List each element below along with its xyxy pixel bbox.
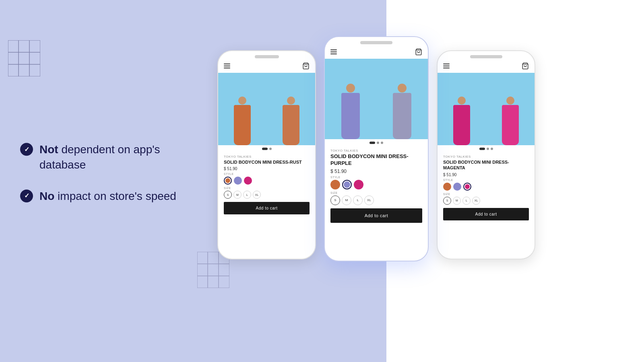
product-img-rust-2 (267, 73, 316, 145)
notch-rust (255, 55, 279, 58)
menu-icon-rust[interactable] (224, 64, 230, 68)
bullet-text-2: No impact on store's speed (39, 189, 176, 204)
size-s-rust[interactable]: S (224, 191, 232, 199)
swatch-purple-rust[interactable] (330, 180, 340, 189)
phone-rust-header (218, 60, 315, 73)
dot-magenta-1 (479, 148, 485, 150)
bullet-item-1: Not dependent on app's database (20, 142, 201, 173)
cart-icon-magenta[interactable] (522, 62, 529, 70)
add-to-cart-magenta[interactable]: Add to cart (443, 208, 529, 220)
brand-magenta: TOKYO TALKIES (443, 155, 529, 158)
size-m-rust[interactable]: M (233, 191, 242, 199)
size-label-purple: SIZE (330, 191, 422, 194)
phone-purple-header (325, 46, 428, 59)
brand-purple: TOKYO TALKIES (330, 149, 422, 152)
check-icon-2 (20, 189, 33, 202)
phones-row: TOKYO TALKIES SOLID BODYCON MINI DRESS-R… (217, 48, 535, 261)
product-info-purple: TOKYO TALKIES SOLID BODYCON MINI DRESS-P… (325, 146, 428, 225)
phone-rust: TOKYO TALKIES SOLID BODYCON MINI DRESS-R… (217, 50, 316, 259)
size-xl-purple[interactable]: XL (364, 195, 374, 205)
swatches-purple (330, 180, 422, 189)
bullet-bold-1: Not (39, 143, 58, 156)
price-rust: $ 51.90 (224, 167, 310, 171)
phone-purple: TOKYO TALKIES SOLID BODYCON MINI DRESS-P… (324, 36, 429, 261)
dot-purple-2 (377, 142, 379, 144)
title-magenta: SOLID BODYCON MINI DRESS-MAGENTA (443, 159, 529, 171)
product-images-rust (218, 73, 315, 145)
swatches-rust (224, 177, 310, 185)
style-label-magenta: STYLE (443, 179, 529, 181)
notch-purple (360, 41, 392, 44)
product-info-rust: TOKYO TALKIES SOLID BODYCON MINI DRESS-R… (218, 152, 315, 217)
phone-magenta-header (438, 60, 535, 73)
size-s-magenta[interactable]: S (443, 197, 451, 205)
menu-icon-magenta[interactable] (443, 64, 450, 68)
product-images-magenta (438, 73, 535, 145)
swatch-rust-magenta[interactable] (244, 177, 252, 185)
dot-rust-2 (269, 148, 272, 150)
notch-magenta (470, 55, 502, 58)
cart-icon-purple[interactable] (415, 48, 422, 56)
size-l-purple[interactable]: L (353, 195, 363, 205)
dot-purple-1 (369, 142, 375, 144)
dot-rust-1 (262, 148, 268, 150)
price-purple: $ 51.90 (330, 169, 422, 174)
swatch-purple-purple[interactable] (342, 180, 352, 189)
brand-rust: TOKYO TALKIES (224, 155, 310, 158)
bullet-bold-2: No (39, 190, 54, 202)
check-icon-1 (20, 143, 33, 156)
add-to-cart-purple[interactable]: Add to cart (330, 208, 422, 223)
product-images-purple (325, 59, 428, 139)
swatch-magenta-purple[interactable] (453, 183, 461, 191)
cart-icon-rust[interactable] (302, 62, 310, 70)
swatch-rust-rust[interactable] (224, 177, 232, 185)
bullet-item-2: No impact on store's speed (20, 189, 201, 204)
swatch-rust-purple[interactable] (234, 177, 242, 185)
swatches-magenta (443, 183, 529, 191)
price-magenta: $ 51.90 (443, 173, 529, 177)
product-img-purple-1 (325, 59, 376, 139)
dot-magenta-3 (491, 148, 493, 150)
size-l-rust[interactable]: L (243, 191, 251, 199)
bullet-text-1: Not dependent on app's database (39, 142, 201, 173)
size-xl-magenta[interactable]: XL (472, 197, 480, 205)
sizes-purple: S M L XL (330, 195, 422, 205)
swatch-magenta-magenta[interactable] (463, 183, 471, 191)
dot-purple-3 (381, 142, 383, 144)
style-label-rust: STYLE (224, 173, 310, 175)
product-img-magenta-2 (486, 73, 535, 145)
product-info-magenta: TOKYO TALKIES SOLID BODYCON MINI DRESS-M… (438, 152, 535, 223)
phone-magenta: TOKYO TALKIES SOLID BODYCON MINI DRESS-M… (437, 50, 535, 259)
sizes-rust: S M L XL (224, 191, 310, 199)
swatch-purple-magenta[interactable] (354, 180, 363, 189)
carousel-dots-purple (325, 139, 428, 146)
dot-magenta-2 (487, 148, 489, 150)
size-xl-rust[interactable]: XL (253, 191, 261, 199)
swatch-magenta-rust[interactable] (443, 183, 451, 191)
grid-decoration-top (8, 40, 40, 78)
title-purple: SOLID BODYCON MINI DRESS-PURPLE (330, 153, 422, 167)
product-img-rust-1 (218, 73, 267, 145)
size-label-magenta: SIZE (443, 193, 529, 195)
menu-icon-purple[interactable] (330, 49, 337, 54)
sizes-magenta: S M L XL (443, 197, 529, 205)
product-img-purple-2 (376, 59, 428, 139)
style-label-purple: STYLE (330, 176, 422, 179)
size-s-purple[interactable]: S (330, 195, 340, 205)
bullet-rest-2: impact on store's speed (54, 190, 176, 202)
carousel-dots-magenta (438, 145, 535, 152)
product-img-magenta-1 (438, 73, 486, 145)
size-m-purple[interactable]: M (342, 195, 351, 205)
title-rust: SOLID BODYCON MINI DRESS-RUST (224, 159, 310, 165)
add-to-cart-rust[interactable]: Add to cart (224, 202, 310, 214)
carousel-dots-rust (218, 145, 315, 152)
size-m-magenta[interactable]: M (453, 197, 461, 205)
bullet-list: Not dependent on app's database No impac… (20, 142, 201, 220)
size-label-rust: SIZE (224, 187, 310, 189)
size-l-magenta[interactable]: L (462, 197, 471, 205)
